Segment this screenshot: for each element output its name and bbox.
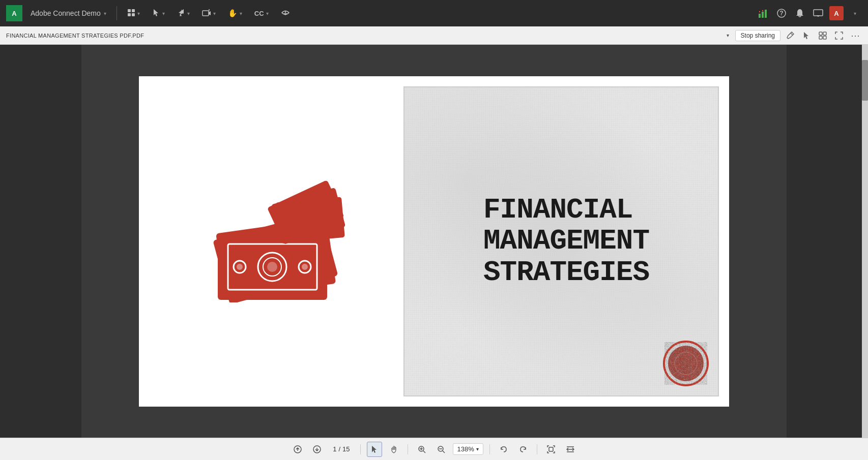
slide-left-section xyxy=(139,76,403,407)
toolbar-dropdown-chevron[interactable]: ▾ xyxy=(724,29,732,42)
pointer-chevron: ▾ xyxy=(187,11,190,16)
cursor-icon xyxy=(152,9,160,18)
help-button[interactable]: ? xyxy=(774,6,789,20)
svg-point-30 xyxy=(267,262,277,272)
next-page-button[interactable] xyxy=(309,442,325,457)
cc-label: CC xyxy=(254,10,264,17)
svg-point-34 xyxy=(302,264,308,270)
file-name-label: FINANCIAL MANAGEMENT STRATEGIES PDF.PDF xyxy=(6,33,144,39)
camera-icon xyxy=(202,9,211,18)
fit-width-button[interactable] xyxy=(563,442,578,457)
zoom-in-button[interactable] xyxy=(414,442,429,457)
svg-rect-2 xyxy=(128,9,131,12)
cursor-tool-button[interactable]: ▾ xyxy=(148,7,169,20)
camera-tool-button[interactable]: ▾ xyxy=(198,7,220,20)
pointer-tool-button[interactable]: ▾ xyxy=(173,7,194,20)
app-logo: A xyxy=(6,5,22,21)
cursor-chevron: ▾ xyxy=(162,11,165,16)
slide-area: FINANCIAL MANAGEMENT STRATEGIES xyxy=(81,45,787,438)
grid-tool-button[interactable]: ▾ xyxy=(123,7,144,20)
pencil-tool-button[interactable] xyxy=(784,29,797,42)
separator-1 xyxy=(360,444,361,454)
svg-rect-37 xyxy=(275,197,344,243)
notifications-button[interactable] xyxy=(793,6,807,20)
more-options-button[interactable]: ⋯ xyxy=(849,29,862,42)
main-content: FINANCIAL MANAGEMENT STRATEGIES xyxy=(0,45,868,438)
scrollbar-thumb[interactable] xyxy=(862,60,868,101)
share-layout-button[interactable] xyxy=(816,29,829,42)
pointer-icon xyxy=(177,9,185,18)
grid-icon xyxy=(127,9,135,18)
svg-text:?: ? xyxy=(779,10,783,17)
zoom-level-label: 138% xyxy=(457,445,474,453)
stats-button[interactable] xyxy=(756,6,770,20)
share-icon xyxy=(281,9,290,18)
separator-2 xyxy=(408,444,408,454)
slide-title-line1: FINANCIAL xyxy=(483,194,649,226)
slide-container: FINANCIAL MANAGEMENT STRATEGIES xyxy=(139,76,729,407)
current-page: 1 xyxy=(333,445,336,453)
hand-icon: ✋ xyxy=(228,9,238,18)
stop-sharing-label: Stop sharing xyxy=(741,32,775,39)
svg-rect-23 xyxy=(823,36,826,39)
user-avatar-button[interactable]: A xyxy=(829,6,844,20)
share-tool-button[interactable] xyxy=(277,7,294,20)
hand-tool-button[interactable]: ✋ ▾ xyxy=(224,7,246,20)
redo-button[interactable] xyxy=(515,442,531,457)
separator-4 xyxy=(537,444,537,454)
cc-tool-button[interactable]: CC ▾ xyxy=(250,8,273,19)
svg-point-43 xyxy=(668,346,704,381)
page-separator: / xyxy=(338,445,340,453)
scrollbar-track[interactable] xyxy=(862,45,868,438)
app-title-button[interactable]: Adobe Connect Demo ▾ xyxy=(26,7,110,19)
page-indicator: 1 / 15 xyxy=(329,445,354,453)
side-panel-left xyxy=(0,45,81,438)
separator-3 xyxy=(489,444,490,454)
svg-rect-4 xyxy=(128,13,131,16)
avatar-initial: A xyxy=(834,10,838,17)
slide-title-line2: MANAGEMENT xyxy=(483,226,649,257)
hand-chevron: ▾ xyxy=(240,11,242,16)
svg-line-19 xyxy=(791,33,793,35)
screen-button[interactable] xyxy=(811,6,825,20)
svg-rect-20 xyxy=(819,32,822,35)
grid-chevron: ▾ xyxy=(137,11,140,16)
app-title-label: Adobe Connect Demo xyxy=(31,9,101,17)
svg-line-52 xyxy=(443,451,445,453)
svg-rect-13 xyxy=(762,10,763,11)
svg-rect-16 xyxy=(814,10,823,16)
zoom-chevron: ▾ xyxy=(476,446,479,452)
stamp-icon xyxy=(663,341,709,386)
bottom-toolbar: 1 / 15 138% ▾ xyxy=(0,438,868,460)
undo-button[interactable] xyxy=(496,442,511,457)
slide-title-line3: STRATEGIES xyxy=(483,257,649,288)
total-pages: 15 xyxy=(342,445,350,453)
app-title-chevron: ▾ xyxy=(104,11,106,16)
user-menu-chevron[interactable]: ▾ xyxy=(848,6,862,20)
topbar: A Adobe Connect Demo ▾ ▾ ▾ xyxy=(0,0,868,26)
stop-sharing-button[interactable]: Stop sharing xyxy=(735,30,780,41)
svg-rect-22 xyxy=(819,36,822,39)
svg-rect-3 xyxy=(132,9,135,12)
fullscreen-button[interactable] xyxy=(832,29,846,42)
prev-page-button[interactable] xyxy=(290,442,305,457)
svg-rect-9 xyxy=(759,14,761,18)
svg-point-32 xyxy=(237,264,243,270)
zoom-out-button[interactable] xyxy=(433,442,449,457)
svg-rect-11 xyxy=(765,10,767,18)
svg-rect-6 xyxy=(202,11,209,16)
topbar-right: ? A ▾ xyxy=(756,6,862,20)
nav-separator xyxy=(117,6,117,20)
slide-right-section: FINANCIAL MANAGEMENT STRATEGIES xyxy=(403,76,729,407)
svg-rect-5 xyxy=(132,13,135,16)
select-tool-button[interactable] xyxy=(800,29,813,42)
slide-text-overlay: FINANCIAL MANAGEMENT STRATEGIES xyxy=(483,194,649,288)
cursor-select-button[interactable] xyxy=(367,442,382,457)
pan-tool-button[interactable] xyxy=(386,442,401,457)
svg-rect-10 xyxy=(762,12,764,18)
fit-page-button[interactable] xyxy=(543,442,559,457)
toolbar-strip: FINANCIAL MANAGEMENT STRATEGIES PDF.PDF … xyxy=(0,26,868,45)
camera-chevron: ▾ xyxy=(213,11,216,16)
side-panel-right xyxy=(787,45,868,438)
zoom-level-button[interactable]: 138% ▾ xyxy=(453,443,483,455)
